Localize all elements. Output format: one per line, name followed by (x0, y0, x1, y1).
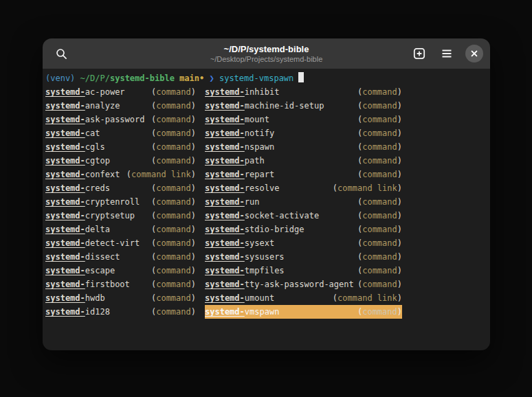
search-button[interactable] (49, 42, 73, 65)
completion-name: systemd-analyze (45, 99, 120, 113)
completion-item-systemd-notify[interactable]: systemd-notify(command) (205, 126, 402, 140)
search-icon (56, 48, 67, 60)
venv-indicator: (venv) (45, 73, 75, 83)
completion-prefix: systemd- (205, 266, 245, 275)
completion-name: systemd-notify (205, 126, 274, 140)
completion-item-systemd-run[interactable]: systemd-run(command) (205, 195, 402, 209)
prompt-path: ~/D/P/ (80, 73, 110, 83)
completion-annotation-word: command (362, 128, 397, 138)
completion-item-systemd-machine-id-setup[interactable]: systemd-machine-id-setup(command) (205, 99, 402, 113)
completion-item-systemd-umount[interactable]: systemd-umount(command link) (205, 291, 402, 305)
completion-name: systemd-creds (45, 181, 110, 195)
completion-item-systemd-cat[interactable]: systemd-cat(command) (45, 126, 196, 140)
completion-name: systemd-tty-ask-password-agent (205, 277, 354, 291)
completion-annotation-word: command (362, 142, 397, 152)
completion-item-systemd-ask-password[interactable]: systemd-ask-password(command) (45, 113, 196, 126)
window-subtitle: ~/Desktop/Projects/systemd-bible (210, 55, 323, 64)
completion-name: systemd-nspawn (205, 140, 274, 154)
completion-item-systemd-tmpfiles[interactable]: systemd-tmpfiles(command) (205, 264, 402, 277)
completion-item-systemd-mount[interactable]: systemd-mount(command) (205, 113, 402, 126)
completion-name: systemd-id128 (45, 305, 110, 319)
terminal-cursor (298, 72, 304, 82)
completion-name: systemd-path (205, 154, 265, 168)
completion-annotation: (command link) (333, 291, 402, 305)
completion-annotation: (command) (151, 181, 196, 195)
close-button[interactable] (465, 45, 483, 63)
new-tab-icon (413, 47, 425, 60)
completion-name: systemd-machine-id-setup (205, 99, 324, 113)
completion-item-systemd-detect-virt[interactable]: systemd-detect-virt(command) (45, 236, 196, 250)
completion-name: systemd-dissect (45, 250, 120, 264)
completion-prefix: systemd- (45, 197, 85, 207)
completion-annotation-word: command (156, 101, 191, 111)
completion-annotation: (command) (357, 126, 402, 140)
completion-name: systemd-detect-virt (45, 236, 140, 250)
completion-item-systemd-path[interactable]: systemd-path(command) (205, 154, 402, 168)
completion-item-systemd-cryptsetup[interactable]: systemd-cryptsetup(command) (45, 209, 196, 223)
completion-item-systemd-vmspawn[interactable]: systemd-vmspawn(command) (205, 305, 402, 319)
completion-prefix: systemd- (45, 115, 85, 124)
completion-annotation: (command) (357, 195, 402, 209)
completion-annotation-word: command (156, 156, 191, 166)
completion-annotation: (command) (357, 305, 402, 319)
completion-item-systemd-dissect[interactable]: systemd-dissect(command) (45, 250, 196, 264)
completion-item-systemd-hwdb[interactable]: systemd-hwdb(command) (45, 291, 196, 305)
completion-name: systemd-run (205, 195, 259, 209)
typed-command: systemd-vmspawn (219, 73, 293, 83)
completion-prefix: systemd- (205, 115, 245, 124)
completion-item-systemd-stdio-bridge[interactable]: systemd-stdio-bridge(command) (205, 223, 402, 236)
completion-annotation: (command) (151, 250, 196, 264)
completion-prefix: systemd- (45, 307, 85, 317)
completion-prefix: systemd- (45, 225, 85, 234)
completion-annotation-word: command (362, 307, 397, 317)
completion-annotation-word: command (156, 142, 191, 152)
completion-column-right: systemd-inhibit(command)systemd-machine-… (205, 85, 402, 319)
completion-name: systemd-sysext (205, 236, 274, 250)
completion-item-systemd-firstboot[interactable]: systemd-firstboot(command) (45, 277, 196, 291)
completion-name: systemd-confext (45, 168, 120, 181)
completion-item-systemd-repart[interactable]: systemd-repart(command) (205, 168, 402, 181)
completion-item-systemd-id128[interactable]: systemd-id128(command) (45, 305, 196, 319)
completion-item-systemd-cryptenroll[interactable]: systemd-cryptenroll(command) (45, 195, 196, 209)
completion-name: systemd-ask-password (45, 113, 145, 126)
completion-item-systemd-sysusers[interactable]: systemd-sysusers(command) (205, 250, 402, 264)
completion-item-systemd-ac-power[interactable]: systemd-ac-power(command) (45, 85, 196, 99)
completion-annotation-word: command (362, 225, 397, 234)
completion-item-systemd-tty-ask-password-agent[interactable]: systemd-tty-ask-password-agent(command) (205, 277, 402, 291)
completion-annotation-word: command (156, 307, 191, 317)
completion-annotation-word: command (362, 156, 397, 166)
completion-item-systemd-inhibit[interactable]: systemd-inhibit(command) (205, 85, 402, 99)
completion-annotation: (command) (357, 113, 402, 126)
completion-item-systemd-cgls[interactable]: systemd-cgls(command) (45, 140, 196, 154)
completion-annotation-word: command (362, 211, 397, 220)
completion-annotation: (command) (357, 250, 402, 264)
completion-item-systemd-socket-activate[interactable]: systemd-socket-activate(command) (205, 209, 402, 223)
menu-button[interactable] (435, 42, 458, 65)
completion-item-systemd-creds[interactable]: systemd-creds(command) (45, 181, 196, 195)
completion-name: systemd-umount (205, 291, 274, 305)
completion-item-systemd-sysext[interactable]: systemd-sysext(command) (205, 236, 402, 250)
completion-annotation: (command) (151, 277, 196, 291)
completion-item-systemd-escape[interactable]: systemd-escape(command) (45, 264, 196, 277)
completion-annotation-word: command (156, 280, 191, 289)
completion-annotation: (command) (151, 264, 196, 277)
completion-prefix: systemd- (205, 170, 245, 179)
completion-item-systemd-confext[interactable]: systemd-confext(command link) (45, 168, 196, 181)
completion-annotation: (command) (151, 305, 196, 319)
completion-item-systemd-cgtop[interactable]: systemd-cgtop(command) (45, 154, 196, 168)
completion-prefix: systemd- (205, 252, 245, 262)
completion-item-systemd-nspawn[interactable]: systemd-nspawn(command) (205, 140, 402, 154)
completion-name: systemd-cgls (45, 140, 105, 154)
completion-annotation-word: command (156, 238, 191, 248)
completion-item-systemd-resolve[interactable]: systemd-resolve(command link) (205, 181, 402, 195)
completion-annotation-word: command (156, 183, 191, 193)
completion-prefix: systemd- (45, 142, 85, 152)
completion-item-systemd-analyze[interactable]: systemd-analyze(command) (45, 99, 196, 113)
window-title: ~/D/P/systemd-bible (210, 44, 323, 54)
terminal-content[interactable]: (venv) ~/D/P/systemd-bible main• ❯ syste… (43, 69, 490, 350)
completion-annotation: (command) (151, 99, 196, 113)
completion-prefix: systemd- (205, 307, 245, 317)
completion-item-systemd-delta[interactable]: systemd-delta(command) (45, 223, 196, 236)
new-tab-button[interactable] (408, 42, 431, 65)
completion-annotation: (command) (357, 140, 402, 154)
